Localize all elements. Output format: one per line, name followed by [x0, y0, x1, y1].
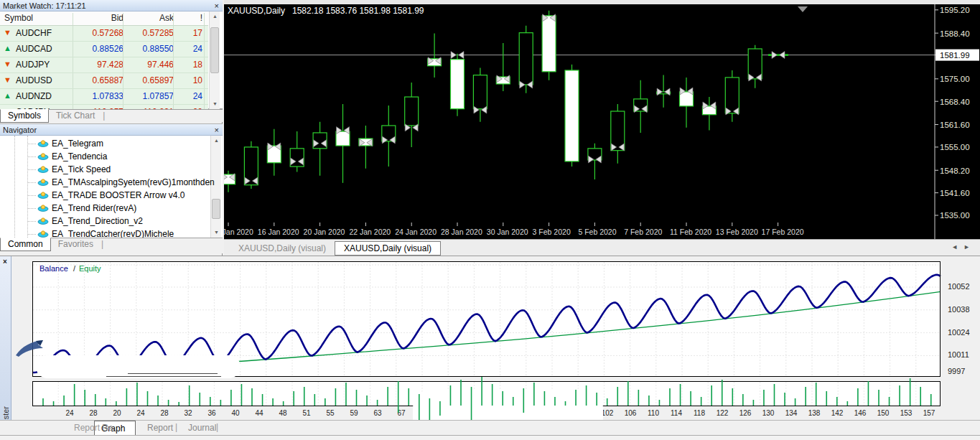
navigator-item-ea-trade-booster-arrow-v4-0[interactable]: EA_TRADE BOOSTER Arrow v4.0: [0, 189, 223, 202]
column-header-[interactable]: !: [174, 13, 202, 23]
tabbar-left-icon[interactable]: ◄: [951, 243, 963, 251]
column-divider: [73, 42, 73, 57]
table-row[interactable]: ▲AUDNZD1.078331.0785724: [0, 89, 208, 105]
table-row[interactable]: ▼AUDCHF0.572680.5728517: [0, 26, 208, 42]
market-watch-rows: ▼AUDCHF0.572680.5728517▲AUDCAD0.885260.8…: [0, 26, 208, 109]
table-row[interactable]: ▼AUDUSD0.658870.6589710: [0, 73, 208, 89]
bear-candle: [542, 16, 556, 72]
close-icon[interactable]: ×: [3, 258, 7, 266]
market-watch-title: Market Watch: 17:11:21: [3, 1, 86, 10]
navigator-item-ea-trend-rider-reva-[interactable]: EA_Trend Rider(revA): [0, 202, 223, 215]
navigator-item-ea-telegram[interactable]: EA_Telegram: [0, 137, 223, 150]
tester-x-label: 142: [831, 409, 844, 417]
navigator-tab-favorites[interactable]: Favorites: [51, 238, 101, 251]
ask-value: 0.88550: [123, 44, 174, 54]
expert-advisor-icon: [37, 152, 49, 161]
tester-y-label: 10038: [948, 305, 979, 314]
scrollbar-thumb[interactable]: [210, 27, 219, 73]
column-header-symbol[interactable]: Symbol: [4, 13, 69, 23]
column-divider: [204, 42, 205, 57]
price-axis-label: 1535.00: [940, 211, 970, 220]
expert-advisor-icon: [37, 204, 49, 212]
navigator-item-label: EA_Tick Speed: [52, 163, 111, 176]
column-divider: [73, 26, 73, 41]
column-divider: [123, 42, 123, 57]
column-divider: [204, 89, 205, 104]
ghost-text: Report Re: [74, 423, 113, 433]
date-axis-label: 16 Jan 2020: [258, 228, 299, 236]
tester-x-label: 122: [717, 409, 729, 417]
column-divider: [204, 73, 205, 88]
cursor-artifact: [14, 337, 47, 360]
scroll-down-icon[interactable]: ▼: [210, 99, 220, 109]
navigator-item-ea-trend-direction-v2[interactable]: EA_Trend_Direction_v2: [0, 215, 223, 228]
table-row[interactable]: ▲AUDCAD0.885260.8855024: [0, 42, 208, 57]
tree-stub: [27, 182, 36, 183]
tester-x-label: 36: [207, 409, 216, 417]
bull-candle: [748, 49, 762, 79]
ask-value: 97.446: [123, 60, 174, 70]
column-header-ask[interactable]: Ask: [123, 13, 174, 23]
column-header-bid[interactable]: Bid: [73, 13, 123, 23]
separator-line-fragment: [106, 376, 221, 377]
column-divider: [173, 89, 174, 104]
column-divider: [173, 73, 174, 88]
expert-advisor-icon: [37, 191, 49, 200]
price-axis-label: 1568.40: [940, 98, 970, 106]
candlestick-chart[interactable]: 1595.201588.401581.991575.001568.401561.…: [224, 0, 980, 239]
mt4-window: Market Watch: 17:11:21 × SymbolBidAsk! ▼…: [0, 0, 980, 440]
bid-value: 97.428: [73, 60, 123, 70]
tester-x-label: 106: [625, 409, 637, 417]
close-icon[interactable]: ×: [215, 124, 219, 136]
market-watch-tab-tick-chart[interactable]: Tick Chart: [49, 110, 102, 122]
scroll-up-icon[interactable]: ▲: [210, 11, 220, 22]
navigator-item-ea-tendencia[interactable]: EA_Tendencia: [0, 150, 223, 163]
table-row[interactable]: ▼AUDJPY97.42897.44618: [0, 57, 208, 73]
chart-tab-1[interactable]: XAUUSD,Daily (visual): [230, 242, 335, 255]
tab-separator: |: [101, 239, 103, 249]
market-watch-titlebar[interactable]: Market Watch: 17:11:21 ×: [0, 0, 223, 11]
price-axis-label: 1561.60: [940, 121, 970, 129]
market-watch-tab-symbols[interactable]: Symbols: [0, 109, 49, 123]
tester-y-label: 10011: [948, 350, 979, 359]
navigator-titlebar[interactable]: Navigator ×: [0, 124, 223, 136]
tester-x-label: 126: [739, 409, 752, 417]
chart-tab-2[interactable]: XAUUSD,Daily (visual): [335, 241, 441, 256]
tester-x-label: 28: [89, 409, 98, 417]
bear-candle: [565, 70, 579, 162]
navigator-tab-common[interactable]: Common: [0, 238, 51, 251]
navigator-item-label: EA_TRADE BOOSTER Arrow v4.0: [52, 189, 185, 202]
tree-stub: [27, 156, 36, 157]
close-icon[interactable]: ×: [215, 0, 219, 11]
tester-x-label: 44: [255, 409, 263, 417]
column-divider: [73, 89, 73, 104]
tester-x-label: 157: [923, 409, 935, 417]
tester-x-label: 59: [350, 409, 358, 417]
tester-y-label: 10024: [948, 328, 979, 337]
tester-x-label: 110: [648, 409, 659, 417]
arrow-up-icon: ▲: [4, 91, 11, 100]
date-axis-label: 7 Feb 2020: [624, 228, 662, 236]
date-axis-label: 20 Jan 2020: [304, 228, 345, 236]
tabbar-right-icon[interactable]: ►: [963, 243, 976, 251]
bid-value: 0.88526: [73, 44, 123, 54]
tester-x-label: 55: [326, 409, 335, 417]
bull-candle: [519, 33, 533, 85]
expert-advisor-icon: [37, 139, 49, 148]
tab-separator: |: [175, 422, 177, 432]
navigator-item-ea-tmascalpingsyetem-revg-1monthden[interactable]: EA_TMAscalpingSyetem(revG)1monthden: [0, 176, 223, 189]
expert-advisor-icon: [37, 178, 49, 187]
navigator-item-ea-trendcatcher-revd-michele[interactable]: EA_TrendCatcher(revD)Michele: [0, 228, 223, 238]
navigator-panel: Navigator × ▲ ▼ EA_TelegramEA_TendenciaE…: [0, 123, 223, 253]
arrow-up-icon: ▲: [4, 44, 11, 52]
current-price-label: 1581.99: [940, 51, 970, 60]
tester-tab-report[interactable]: Report: [141, 421, 179, 436]
date-axis-label: 13 Feb 2020: [716, 228, 758, 236]
market-watch-scrollbar[interactable]: ▲ ▼: [209, 11, 220, 109]
market-watch-header: SymbolBidAsk!: [0, 11, 208, 26]
tester-y-label: 9997: [948, 367, 979, 375]
navigator-item-ea-tick-speed[interactable]: EA_Tick Speed: [0, 163, 223, 176]
chart-background: [224, 4, 980, 239]
column-divider: [173, 13, 174, 25]
navigator-title: Navigator: [3, 126, 37, 134]
